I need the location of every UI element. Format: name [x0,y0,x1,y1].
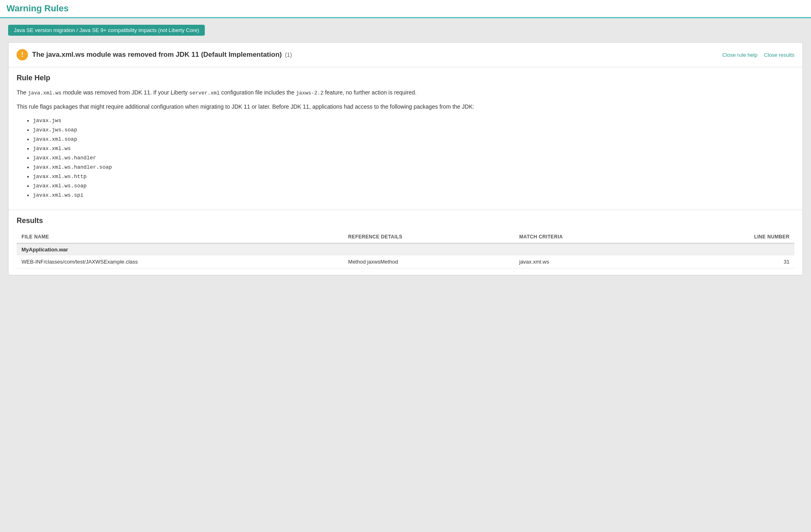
package-list: javax.jwsjavax.jws.soapjavax.xml.soapjav… [33,116,794,200]
rh-p1-code2: server.xml [189,90,220,96]
rule-count: (1) [285,51,292,58]
rule-help-section[interactable]: Rule Help The java.xml.ws module was rem… [9,67,802,210]
rule-card: ! The java.xml.ws module was removed fro… [8,42,803,275]
package-list-item: javax.xml.ws.handler.soap [33,163,794,172]
rh-p1-mid1: module was removed from JDK 11. If your … [62,89,189,96]
close-results-link[interactable]: Close results [764,52,794,58]
col-header-line: LINE NUMBER [685,231,794,243]
rh-p1-post: feature, no further action is required. [324,89,417,96]
package-list-item: javax.xml.ws.http [33,172,794,181]
table-group-row: MyApplication.war [17,243,794,255]
col-header-reference: REFERENCE DETAILS [343,231,515,243]
package-list-item: javax.xml.ws.handler [33,153,794,163]
cell-filename: WEB-INF/classes/com/test/JAXWSExample.cl… [17,255,343,268]
col-header-filename: FILE NAME [17,231,343,243]
rule-actions: Close rule help Close results [722,52,794,58]
cell-line: 31 [685,255,794,268]
rule-help-paragraph-1: The java.xml.ws module was removed from … [17,88,794,97]
group-name-cell: MyApplication.war [17,243,794,255]
rule-help-paragraph-2: This rule flags packages that might requ… [17,102,794,111]
rule-title: The java.xml.ws module was removed from … [32,51,292,59]
results-section: Results FILE NAME REFERENCE DETAILS MATC… [9,210,802,275]
rule-header: ! The java.xml.ws module was removed fro… [9,43,802,67]
rh-p1-code3: jaxws-2.2 [296,90,324,96]
header-bar: Warning Rules [0,0,811,18]
rule-title-area: ! The java.xml.ws module was removed fro… [17,49,292,60]
rule-title-text: The java.xml.ws module was removed from … [32,51,282,58]
rh-p1-mid2: configuration file includes the [220,89,296,96]
cell-reference: Method jaxwsMethod [343,255,515,268]
rh-p1-pre: The [17,89,28,96]
col-header-match: MATCH CRITERIA [515,231,686,243]
package-list-item: javax.jws [33,116,794,125]
cell-match: javax.xml.ws [515,255,686,268]
rule-help-title: Rule Help [17,74,794,82]
table-header-row: FILE NAME REFERENCE DETAILS MATCH CRITER… [17,231,794,243]
close-rule-help-link[interactable]: Close rule help [722,52,757,58]
package-list-item: javax.xml.ws.spi [33,191,794,200]
rh-p1-code1: java.xml.ws [28,90,62,96]
page-wrapper: Warning Rules Java SE version migration … [0,0,811,532]
content-area: Java SE version migration / Java SE 9+ c… [0,18,811,282]
package-list-item: javax.xml.soap [33,135,794,144]
table-row: WEB-INF/classes/com/test/JAXWSExample.cl… [17,255,794,268]
warning-icon-symbol: ! [21,51,23,58]
package-list-item: javax.xml.ws [33,144,794,153]
page-title: Warning Rules [6,3,805,14]
package-list-item: javax.xml.ws.soap [33,181,794,191]
package-list-item: javax.jws.soap [33,125,794,135]
results-tbody: MyApplication.warWEB-INF/classes/com/tes… [17,243,794,268]
results-title: Results [17,217,794,225]
breadcrumb-badge[interactable]: Java SE version migration / Java SE 9+ c… [8,25,205,36]
results-table: FILE NAME REFERENCE DETAILS MATCH CRITER… [17,231,794,268]
warning-icon: ! [17,49,28,60]
